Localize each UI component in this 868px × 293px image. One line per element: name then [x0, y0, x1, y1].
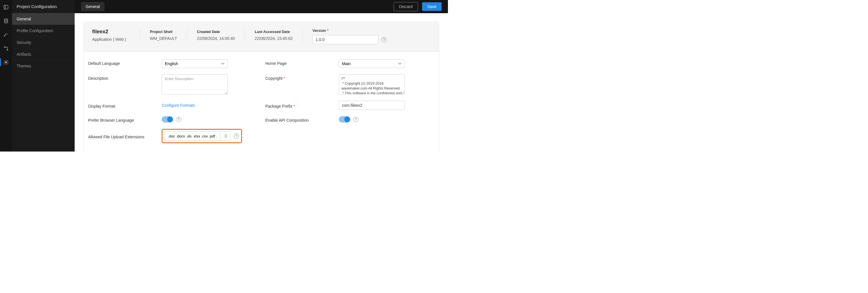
display-format-label: Display Format [88, 102, 160, 108]
package-prefix-label: Package Prefix [265, 102, 337, 108]
created-date-value: 22/08/2024, 14:05:40 [197, 36, 235, 41]
allowed-extensions-list-button[interactable] [220, 131, 231, 141]
description-textarea[interactable] [162, 74, 228, 94]
topbar: General Discard Save [75, 0, 448, 13]
save-button[interactable]: Save [422, 2, 442, 11]
svg-rect-0 [4, 5, 8, 9]
app-subtitle: Application ( Web ) [92, 37, 126, 42]
created-date-label: Created Date [197, 30, 235, 34]
rail-apis[interactable] [0, 44, 12, 53]
home-page-select[interactable]: Main [339, 59, 405, 68]
projects-icon [3, 4, 9, 10]
sidebar-item-themes[interactable]: Themes [12, 60, 75, 72]
apis-icon [3, 45, 9, 52]
svg-point-3 [4, 46, 5, 47]
svg-rect-1 [4, 5, 5, 9]
sidebar-title: Project Configuration [12, 0, 75, 13]
list-icon [223, 134, 228, 138]
home-page-label: Home Page [265, 59, 337, 66]
enable-api-composition-label: Enable API Composition [265, 116, 337, 123]
svg-point-8 [224, 137, 224, 137]
project-shell-label: Project Shell [150, 30, 177, 34]
description-label: Description [88, 74, 160, 80]
svg-point-5 [5, 62, 7, 63]
enable-api-composition-toggle[interactable] [339, 116, 350, 123]
project-shell-value: WM_DEFAULT [150, 36, 177, 41]
allowed-extensions-help-icon[interactable]: ? [234, 133, 239, 139]
rail-services[interactable] [0, 30, 12, 39]
enable-api-composition-help-icon[interactable]: ? [353, 117, 358, 122]
rail-projects[interactable] [0, 3, 12, 11]
form-area: Default Language English Home Page Main … [84, 52, 439, 152]
prefer-browser-language-help-icon[interactable]: ? [176, 117, 181, 122]
copyright-label: Copyright [265, 74, 337, 80]
default-language-label: Default Language [88, 59, 160, 66]
copyright-value[interactable]: /** * Copyright (c) 2015-2016 wavemaker.… [339, 74, 405, 94]
svg-point-4 [7, 50, 8, 50]
version-label: Version [312, 28, 386, 33]
sidebar-item-profile-configuration[interactable]: Profile Configuration [12, 25, 75, 37]
sidebar-item-security[interactable]: Security [12, 37, 75, 48]
last-accessed-value: 22/08/2024, 15:45:02 [255, 36, 292, 41]
database-icon [3, 18, 9, 24]
services-icon [3, 32, 9, 38]
allowed-extensions-label: Allowed File Upload Extensions [88, 133, 160, 139]
version-help-icon[interactable]: ? [381, 37, 386, 42]
project-header: fileex2 Application ( Web ) Project Shel… [84, 22, 439, 52]
prefer-browser-language-label: Prefer Browser Language [88, 116, 160, 123]
prefer-browser-language-toggle[interactable] [162, 116, 173, 123]
sidebar-item-general[interactable]: General [12, 13, 75, 25]
rail-database[interactable] [0, 17, 12, 25]
sidebar: Project Configuration General Profile Co… [12, 0, 75, 152]
app-name: fileex2 [92, 29, 126, 35]
icon-rail [0, 0, 12, 152]
settings-icon [3, 59, 9, 65]
svg-point-2 [4, 19, 8, 20]
content: fileex2 Application ( Web ) Project Shel… [75, 13, 448, 152]
main: General Discard Save fileex2 Application… [75, 0, 448, 152]
default-language-select[interactable]: English [162, 59, 228, 68]
rail-settings[interactable] [0, 58, 12, 67]
sidebar-item-artifacts[interactable]: Artifacts [12, 48, 75, 60]
package-prefix-input[interactable] [339, 101, 405, 110]
allowed-extensions-highlight: ? [162, 129, 242, 143]
settings-card: fileex2 Application ( Web ) Project Shel… [83, 22, 439, 152]
version-input[interactable] [312, 35, 378, 44]
svg-point-7 [224, 136, 224, 136]
allowed-extensions-input[interactable] [165, 131, 220, 141]
tab-general[interactable]: General [81, 2, 104, 11]
configure-formats-link[interactable]: Configure Formats [162, 103, 254, 108]
discard-button[interactable]: Discard [394, 2, 418, 11]
last-accessed-label: Last Accessed Date [255, 30, 292, 34]
